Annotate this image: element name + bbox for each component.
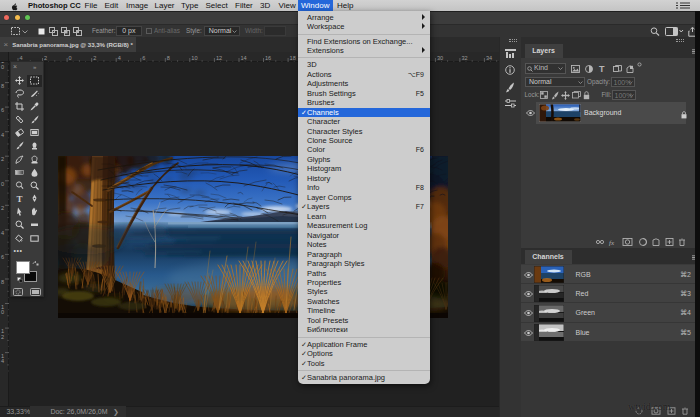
svg-text:2: 2	[1, 334, 4, 340]
svg-text:8: 8	[1, 279, 4, 285]
svg-text:8: 8	[1, 83, 4, 89]
svg-text:6: 6	[1, 254, 4, 260]
svg-text:4: 4	[1, 132, 4, 138]
svg-text:0: 0	[1, 181, 4, 187]
svg-text:0: 0	[1, 64, 4, 70]
svg-text:T: T	[16, 194, 22, 203]
svg-text:12: 12	[216, 55, 222, 61]
svg-text:16: 16	[265, 55, 271, 61]
svg-text:6: 6	[1, 107, 4, 113]
svg-text:2: 2	[44, 55, 47, 61]
svg-text:6: 6	[142, 55, 145, 61]
svg-text:18: 18	[290, 55, 296, 61]
svg-text:2: 2	[93, 55, 96, 61]
svg-text:14: 14	[241, 55, 247, 61]
svg-text:8: 8	[167, 55, 170, 61]
svg-text:0: 0	[69, 55, 72, 61]
svg-text:30: 30	[437, 55, 443, 61]
svg-text:10: 10	[191, 55, 197, 61]
svg-text:2: 2	[1, 156, 4, 162]
svg-text:4: 4	[118, 55, 121, 61]
svg-text:4: 4	[1, 230, 4, 236]
svg-text:32: 32	[461, 55, 467, 61]
svg-text:34: 34	[486, 55, 492, 61]
svg-text:2: 2	[1, 205, 4, 211]
svg-text:4: 4	[20, 55, 23, 61]
svg-text:0: 0	[1, 309, 4, 315]
svg-text:4: 4	[1, 358, 4, 364]
svg-text:fx: fx	[609, 239, 615, 246]
